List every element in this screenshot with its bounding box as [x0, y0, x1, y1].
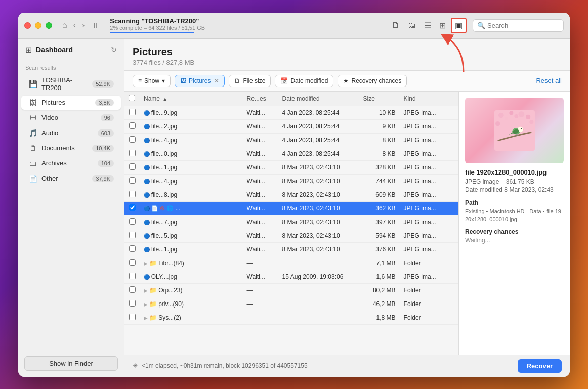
- show-filter-button[interactable]: ≡ Show ▾: [133, 75, 171, 87]
- folder-expand-icon[interactable]: ▶: [144, 301, 149, 307]
- table-row[interactable]: 🔵 OLY....jpgWaiti...15 Aug 2009, 19:03:0…: [124, 270, 458, 283]
- table-row[interactable]: 🔵 file...5.jpgWaiti...8 Mar 2023, 02:43:…: [124, 229, 458, 242]
- th-date[interactable]: Date modified: [278, 92, 359, 106]
- other-icon: 📄: [28, 175, 37, 183]
- table-row[interactable]: ▶ 📁 Libr...(84)—7,1 MBFolder: [124, 256, 458, 270]
- row-checkbox-cell[interactable]: [124, 215, 140, 229]
- row-checkbox[interactable]: [129, 245, 136, 252]
- recover-button[interactable]: Recover: [518, 359, 562, 373]
- row-checkbox[interactable]: [129, 286, 136, 293]
- table-row[interactable]: 🔵 file...4.jpgWaiti...4 Jan 2023, 08:25:…: [124, 133, 458, 147]
- row-name-text: file...0.jpg: [151, 150, 177, 157]
- row-checkbox-cell[interactable]: [124, 133, 140, 147]
- select-all-checkbox[interactable]: [129, 95, 135, 101]
- folder-expand-icon[interactable]: ▶: [144, 315, 149, 321]
- th-checkbox[interactable]: [124, 92, 140, 106]
- row-checkbox-cell[interactable]: [124, 229, 140, 242]
- home-button[interactable]: ⌂: [60, 20, 69, 31]
- row-checkbox-cell[interactable]: [124, 174, 140, 188]
- row-recovers: Waiti...: [243, 188, 278, 201]
- row-checkbox-cell[interactable]: [124, 160, 140, 174]
- back-button[interactable]: ‹: [71, 20, 78, 31]
- file-size-label: File size: [243, 77, 265, 84]
- th-size[interactable]: Size: [359, 92, 400, 106]
- pictures-filter-button[interactable]: 🖼 Pictures ✕: [175, 75, 225, 87]
- minimize-button[interactable]: [35, 22, 41, 29]
- search-input[interactable]: [487, 22, 559, 29]
- preview-filename: file 1920x1280_000010.jpg: [465, 168, 564, 176]
- row-checkbox[interactable]: [129, 191, 136, 197]
- row-checkbox-cell[interactable]: [124, 270, 140, 283]
- sidebar-item-other[interactable]: 📄 Other 37,9K: [21, 171, 121, 186]
- th-kind[interactable]: Kind: [400, 92, 458, 106]
- row-checkbox[interactable]: [129, 314, 136, 320]
- table-row[interactable]: ▶ 📁 Orp...23)—80,2 MBFolder: [124, 283, 458, 297]
- row-checkbox-cell[interactable]: [124, 188, 140, 201]
- file-size-filter-button[interactable]: 🗋 File size: [229, 75, 271, 87]
- icon-folder-button[interactable]: 🗂: [405, 19, 419, 32]
- maximize-button[interactable]: [46, 22, 52, 29]
- search-box[interactable]: 🔍: [473, 19, 564, 32]
- row-checkbox-cell[interactable]: [124, 297, 140, 311]
- row-checkbox-cell[interactable]: [124, 119, 140, 133]
- table-row[interactable]: 🔵 file...1.jpgWaiti...8 Mar 2023, 02:43:…: [124, 242, 458, 256]
- pause-button[interactable]: ⏸: [89, 20, 102, 31]
- row-checkbox[interactable]: [129, 300, 136, 307]
- row-checkbox[interactable]: [129, 150, 136, 156]
- row-recovers: —: [243, 283, 278, 297]
- row-checkbox-cell[interactable]: [124, 311, 140, 324]
- row-checkbox[interactable]: [129, 136, 136, 143]
- icon-list-button[interactable]: ☰: [421, 19, 434, 32]
- row-checkbox[interactable]: [129, 109, 136, 115]
- table-row[interactable]: ▶ 📁 Sys...(2)—1,8 MBFolder: [124, 311, 458, 324]
- close-button[interactable]: [24, 22, 31, 29]
- loading-spinner: ↻: [111, 46, 117, 54]
- icon-grid-button[interactable]: ⊞: [436, 19, 449, 32]
- row-checkbox[interactable]: [129, 122, 136, 129]
- sidebar-item-documents[interactable]: 🗒 Documents 10,4K: [21, 141, 121, 155]
- sidebar-item-audio[interactable]: 🎵 Audio 603: [21, 126, 121, 140]
- preview-bird-svg: [494, 110, 535, 151]
- row-name-text: file...5.jpg: [151, 232, 177, 239]
- sidebar-item-video[interactable]: 🎞 Video 96: [21, 111, 121, 125]
- table-row[interactable]: 🔵 file...1.jpgWaiti...8 Mar 2023, 02:43:…: [124, 160, 458, 174]
- table-row[interactable]: 🔵 file...4.jpgWaiti...8 Mar 2023, 02:43:…: [124, 174, 458, 188]
- row-checkbox-cell[interactable]: [124, 242, 140, 256]
- th-recovers[interactable]: Re...es: [243, 92, 278, 106]
- recovery-chances-filter-button[interactable]: ★ Recovery chances: [338, 75, 407, 87]
- table-row[interactable]: 🔵 file...9.jpgWaiti...4 Jan 2023, 08:25:…: [124, 106, 458, 119]
- folder-expand-icon[interactable]: ▶: [144, 261, 149, 266]
- icon-file-button[interactable]: 🗋: [389, 19, 403, 32]
- row-name: 🔵 OLY....jpg: [140, 270, 243, 283]
- row-checkbox-cell[interactable]: [124, 283, 140, 297]
- icon-panel-button[interactable]: ▣: [451, 18, 467, 33]
- row-checkbox[interactable]: [129, 273, 136, 279]
- row-checkbox-cell[interactable]: [124, 147, 140, 160]
- show-finder-button[interactable]: Show in Finder: [24, 356, 118, 371]
- th-name[interactable]: Name ▲: [140, 92, 243, 106]
- table-row[interactable]: 🔵 file...0.jpgWaiti...4 Jan 2023, 08:25:…: [124, 147, 458, 160]
- pictures-filter-close[interactable]: ✕: [214, 77, 219, 84]
- row-checkbox[interactable]: [129, 259, 136, 266]
- table-row[interactable]: 🔵 file...2.jpgWaiti...4 Jan 2023, 08:25:…: [124, 119, 458, 133]
- folder-expand-icon[interactable]: ▶: [144, 288, 149, 293]
- row-name: 🔵 file...1.jpg: [140, 160, 243, 174]
- sidebar-item-archives[interactable]: 🗃 Archives 104: [21, 156, 121, 170]
- sidebar-item-toshiba[interactable]: 💾 TOSHIBA-TR200 52,9K: [21, 73, 121, 95]
- date-modified-filter-button[interactable]: 📅 Date modified: [275, 75, 333, 87]
- row-checkbox[interactable]: [129, 177, 136, 184]
- table-row[interactable]: ▶ 📁 priv...(90)—46,2 MBFolder: [124, 297, 458, 311]
- row-checkbox-cell[interactable]: [124, 106, 140, 119]
- row-checkbox[interactable]: [129, 163, 136, 170]
- row-checkbox[interactable]: [129, 204, 136, 211]
- row-checkbox-cell[interactable]: [124, 256, 140, 270]
- table-row[interactable]: 🔵 file...7.jpgWaiti...8 Mar 2023, 02:43:…: [124, 215, 458, 229]
- row-checkbox[interactable]: [129, 232, 136, 238]
- row-checkbox[interactable]: [129, 218, 136, 225]
- reset-all-button[interactable]: Reset all: [536, 77, 562, 84]
- table-row[interactable]: 🔵 file...8.jpgWaiti...8 Mar 2023, 02:43:…: [124, 188, 458, 201]
- sidebar-item-pictures[interactable]: 🖼 Pictures 3,8K: [21, 96, 121, 110]
- forward-button[interactable]: ›: [80, 20, 87, 31]
- table-row[interactable]: 🔵 📄 ⊗ 🌐 ...Waiti...8 Mar 2023, 02:43:103…: [124, 201, 458, 215]
- row-checkbox-cell[interactable]: [124, 201, 140, 215]
